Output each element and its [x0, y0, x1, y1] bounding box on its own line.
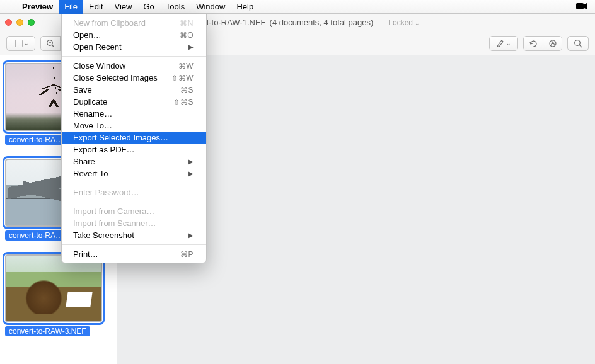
close-window-button[interactable]	[5, 19, 12, 26]
menu-separator	[62, 202, 206, 202]
menu-item-save[interactable]: Save⌘S	[62, 84, 206, 96]
menu-item-import-from-scanner: Import from Scanner…	[62, 217, 206, 229]
thumbnail-label: convert-to-RA…	[5, 230, 67, 241]
window-title-separator: —	[377, 18, 384, 27]
menubar-item-edit[interactable]: Edit	[83, 0, 108, 14]
highlight-button[interactable]: ⌄	[489, 36, 518, 51]
menubar-app-name[interactable]: Preview	[16, 0, 59, 14]
window-title-locked[interactable]: Locked ⌄	[388, 18, 420, 27]
svg-rect-1	[13, 40, 23, 47]
file-menu-dropdown: New from Clipboard⌘NOpen…⌘OOpen Recent▶C…	[61, 14, 207, 263]
traffic-lights	[5, 19, 35, 26]
menubar-item-tools[interactable]: Tools	[160, 0, 190, 14]
zoom-out-button[interactable]	[41, 37, 60, 50]
menubar-item-help[interactable]: Help	[231, 0, 259, 14]
menu-item-take-screenshot[interactable]: Take Screenshot▶	[62, 229, 206, 241]
menu-separator	[62, 244, 206, 245]
menu-item-export-as-pdf[interactable]: Export as PDF…	[62, 144, 206, 156]
system-menubar: Preview File Edit View Go Tools Window H…	[0, 0, 595, 14]
window-title-detail: (4 documents, 4 total pages)	[270, 18, 374, 27]
menubar-item-view[interactable]: View	[109, 0, 138, 14]
search-button[interactable]	[567, 36, 589, 51]
menu-item-close-selected-images[interactable]: Close Selected Images⇧⌘W	[62, 72, 206, 84]
menu-item-move-to[interactable]: Move To…	[62, 120, 206, 132]
svg-line-12	[579, 45, 582, 47]
menu-separator	[62, 56, 206, 57]
svg-line-4	[52, 45, 54, 47]
menu-item-share[interactable]: Share▶	[62, 156, 206, 168]
markup-button[interactable]	[543, 37, 562, 50]
menubar-item-window[interactable]: Window	[190, 0, 231, 14]
menu-item-new-from-clipboard: New from Clipboard⌘N	[62, 17, 206, 29]
menu-item-open-recent[interactable]: Open Recent▶	[62, 41, 206, 53]
menu-item-print[interactable]: Print…⌘P	[62, 248, 206, 260]
menu-item-rename[interactable]: Rename…	[62, 108, 206, 120]
thumbnail-image	[5, 254, 102, 322]
menu-item-enter-password: Enter Password…	[62, 186, 206, 198]
thumbnail-label: convert-to-RAW-3.NEF	[5, 326, 90, 336]
facetime-icon[interactable]	[574, 2, 590, 12]
menubar-item-go[interactable]: Go	[137, 0, 159, 14]
fullscreen-window-button[interactable]	[28, 19, 35, 26]
minimize-window-button[interactable]	[16, 19, 23, 26]
menu-item-close-window[interactable]: Close Window⌘W	[62, 60, 206, 72]
menubar-item-file[interactable]: File	[59, 0, 83, 14]
menu-item-duplicate[interactable]: Duplicate⇧⌘S	[62, 96, 206, 108]
rotate-markup-buttons	[523, 36, 562, 51]
menu-item-import-from-camera: Import from Camera…	[62, 205, 206, 217]
thumbnail-label: convert-to-RA…	[5, 135, 67, 145]
svg-point-11	[575, 40, 581, 45]
menu-item-revert-to[interactable]: Revert To▶	[62, 168, 206, 179]
svg-rect-0	[576, 3, 584, 9]
thumbnail-3[interactable]: convert-to-RAW-3.NEF	[5, 254, 112, 339]
sidebar-view-button[interactable]: ⌄	[6, 36, 35, 51]
rotate-button[interactable]	[524, 37, 543, 50]
menu-item-export-selected-images[interactable]: Export Selected Images…	[62, 132, 206, 144]
menu-item-open[interactable]: Open…⌘O	[62, 29, 206, 41]
menu-separator	[62, 183, 206, 183]
